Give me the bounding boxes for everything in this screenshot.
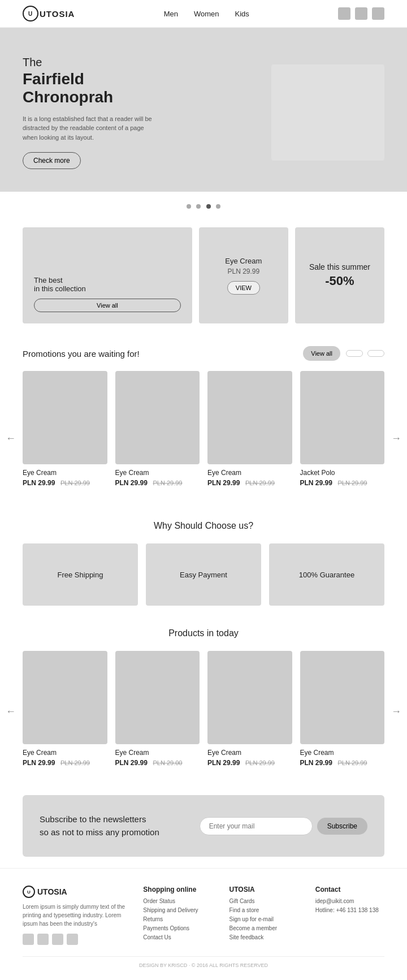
footer-link-feedback[interactable]: Site feedback xyxy=(230,934,298,940)
products-next-button[interactable]: → xyxy=(391,705,401,717)
why-title: Why Should Choose us? xyxy=(23,521,384,531)
footer-link-returns[interactable]: Returns xyxy=(143,916,212,922)
promo-card-2-pricing: PLN 29.99 PLN 29.99 xyxy=(115,478,200,487)
promo-filter-buttons xyxy=(346,350,384,357)
footer-link-member[interactable]: Become a member xyxy=(230,925,298,931)
newsletter-text: Subscribe to the newsletters so as not t… xyxy=(40,813,159,839)
footer-col-contact: Contact idep@uikit.com Hotline: +46 131 … xyxy=(315,886,384,945)
collection-card-1-label: The best xyxy=(34,276,181,284)
footer-link-order-status[interactable]: Order Status xyxy=(143,898,212,904)
why-card-2: Easy Payment xyxy=(146,543,261,606)
product-card-3: Eye Cream PLN 29.99 PLN 29.99 xyxy=(207,651,292,767)
promo-card-2-image xyxy=(115,371,200,464)
social-icon-2[interactable] xyxy=(37,934,49,945)
promo-card-4-name: Jacket Polo xyxy=(300,469,385,477)
collection-card-2-price: PLN 29.99 xyxy=(228,267,260,275)
collection-grid: The best in this collection View all Eye… xyxy=(23,227,384,323)
promo-card-3-name: Eye Cream xyxy=(207,469,292,477)
footer-logo-icon: U xyxy=(23,886,35,898)
collection-sale-pct: -50% xyxy=(325,274,354,288)
promo-card-2-name: Eye Cream xyxy=(115,469,200,477)
footer-link-payments[interactable]: Payments Options xyxy=(143,925,212,931)
product-card-1-price: PLN 29.99 xyxy=(23,759,55,767)
promo-next-button[interactable]: → xyxy=(391,433,401,444)
newsletter-line2: so as not to miss any promotion xyxy=(40,826,159,839)
social-icon-4[interactable] xyxy=(67,934,78,945)
product-card-2-name: Eye Cream xyxy=(115,749,200,757)
promo-card-4-image xyxy=(300,371,385,464)
promo-filter-2[interactable] xyxy=(367,350,384,357)
social-icon-3[interactable] xyxy=(52,934,63,945)
product-card-2-price: PLN 29.99 xyxy=(115,759,148,767)
footer-link-gift-cards[interactable]: Gift Cards xyxy=(230,898,298,904)
nav-women[interactable]: Women xyxy=(194,10,219,18)
hero-dot-3[interactable] xyxy=(206,204,211,209)
products-grid: Eye Cream PLN 29.99 PLN 29.99 Eye Cream … xyxy=(23,651,384,767)
hero-dot-1[interactable] xyxy=(187,204,191,209)
collection-view-all-button[interactable]: View all xyxy=(34,299,181,312)
newsletter-form: Subscribe xyxy=(200,817,367,835)
logo: U UTOSIA xyxy=(23,6,75,21)
nav-icon-3[interactable] xyxy=(372,7,384,20)
hero-pre: The xyxy=(23,56,271,69)
nav-kids[interactable]: Kids xyxy=(235,10,249,18)
promo-card-3: Eye Cream PLN 29.99 PLN 29.99 xyxy=(207,371,292,487)
promo-card-2: Eye Cream PLN 29.99 PLN 29.99 xyxy=(115,371,200,487)
logo-text: UTOSIA xyxy=(40,9,75,19)
footer-col-contact-title: Contact xyxy=(315,886,384,893)
nav-icon-2[interactable] xyxy=(355,7,367,20)
hero-title: FairfieldChronoprah xyxy=(23,70,271,106)
nav-icon-1[interactable] xyxy=(338,7,350,20)
footer-link-signup[interactable]: Sign up for e-mail xyxy=(230,916,298,922)
promo-card-1-old-price: PLN 29.99 xyxy=(60,480,90,486)
hero-section: The FairfieldChronoprah It is a long est… xyxy=(0,28,407,192)
products-prev-button[interactable]: ← xyxy=(6,705,16,717)
promo-card-4: Jacket Polo PLN 29.99 PLN 29.99 xyxy=(300,371,385,487)
promo-card-3-old-price: PLN 29.99 xyxy=(245,480,275,486)
hero-dot-2[interactable] xyxy=(196,204,201,209)
social-icon-1[interactable] xyxy=(23,934,34,945)
footer-bottom: DESIGN BY KRISCD · © 2016 ALL RIGHTS RES… xyxy=(23,956,384,970)
footer-link-find-store[interactable]: Find a store xyxy=(230,907,298,913)
nav-men[interactable]: Men xyxy=(164,10,178,18)
promo-card-3-price: PLN 29.99 xyxy=(207,479,240,487)
promo-card-3-image xyxy=(207,371,292,464)
product-card-1-old-price: PLN 29.99 xyxy=(60,759,90,766)
footer-link-shipping[interactable]: Shipping and Delivery xyxy=(143,907,212,913)
footer-social xyxy=(23,934,126,945)
promotions-view-all-button[interactable]: View all xyxy=(303,346,340,361)
product-card-1: Eye Cream PLN 29.99 PLN 29.99 xyxy=(23,651,107,767)
product-card-1-name: Eye Cream xyxy=(23,749,107,757)
hero-dots xyxy=(0,202,407,210)
newsletter-subscribe-button[interactable]: Subscribe xyxy=(317,818,367,835)
footer-logo: U UTOSIA xyxy=(23,886,126,898)
hero-check-more-button[interactable]: Check more xyxy=(23,152,81,169)
hero-dot-4[interactable] xyxy=(216,204,220,209)
promo-card-1: Eye Cream PLN 29.99 PLN 29.99 xyxy=(23,371,107,487)
nav-icons xyxy=(338,7,384,20)
footer-link-email[interactable]: idep@uikit.com xyxy=(315,898,384,904)
product-card-4-image xyxy=(300,651,385,744)
product-card-4-price: PLN 29.99 xyxy=(300,759,332,767)
collection-view-button[interactable]: VIEW xyxy=(227,281,260,295)
product-card-4-pricing: PLN 29.99 PLN 29.99 xyxy=(300,758,385,767)
product-card-3-name: Eye Cream xyxy=(207,749,292,757)
collection-card-2: Eye Cream PLN 29.99 VIEW xyxy=(199,227,288,323)
newsletter-email-input[interactable] xyxy=(200,817,313,835)
promotions-header: Promotions you are waiting for! View all xyxy=(23,346,384,361)
why-card-3-label: 100% Guarantee xyxy=(299,571,354,579)
promo-prev-button[interactable]: ← xyxy=(6,433,16,444)
hero-text: The FairfieldChronoprah It is a long est… xyxy=(23,56,271,170)
hero-image xyxy=(271,64,384,161)
footer-desc: Lorem ipsum is simply dummy text of the … xyxy=(23,903,126,928)
footer-link-hotline[interactable]: Hotline: +46 131 138 138 xyxy=(315,907,384,913)
promo-card-1-pricing: PLN 29.99 PLN 29.99 xyxy=(23,478,107,487)
navbar: U UTOSIA Men Women Kids xyxy=(0,0,407,28)
hero-desc: It is a long established fact that a rea… xyxy=(23,114,158,143)
footer-link-contact-us[interactable]: Contact Us xyxy=(143,934,212,940)
product-card-2-image xyxy=(115,651,200,744)
promo-filter-1[interactable] xyxy=(346,350,363,357)
promo-card-3-pricing: PLN 29.99 PLN 29.99 xyxy=(207,478,292,487)
collection-card-2-name: Eye Cream xyxy=(225,257,262,265)
promo-card-1-price: PLN 29.99 xyxy=(23,479,55,487)
